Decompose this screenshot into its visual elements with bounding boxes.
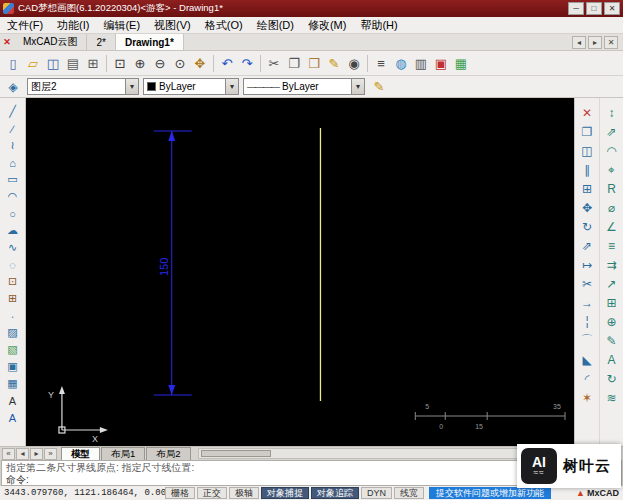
join-icon[interactable]: ⌒	[576, 331, 598, 350]
tab-nav-button[interactable]: ✕	[604, 36, 618, 49]
mxcad-cloud-icon[interactable]: ▣	[431, 53, 451, 73]
spline-icon[interactable]: ∿	[2, 239, 24, 256]
zoom-out-icon[interactable]: ⊖	[150, 53, 170, 73]
table-icon[interactable]: ▦	[2, 375, 24, 392]
move-icon[interactable]: ✥	[576, 198, 598, 217]
doc-tab[interactable]: 2*	[87, 34, 115, 50]
plot-icon[interactable]: ▥	[411, 53, 431, 73]
close-button[interactable]: ✕	[604, 2, 620, 15]
dim-style-icon[interactable]: ≋	[601, 388, 623, 407]
dim-baseline-icon[interactable]: ≡	[601, 236, 623, 255]
dim-aligned-icon[interactable]: ⇗	[601, 122, 623, 141]
dim-arclength-icon[interactable]: ◠	[601, 141, 623, 160]
tab-close-icon[interactable]: ✕	[0, 37, 14, 47]
chevron-down-icon[interactable]: ▾	[351, 79, 364, 94]
status-toggle[interactable]: 对象捕捉	[261, 487, 309, 499]
mtext-icon[interactable]: A	[2, 409, 24, 426]
create-block-icon[interactable]: ⊞	[2, 290, 24, 307]
find-icon[interactable]: ◉	[344, 53, 364, 73]
line-icon[interactable]: ╱	[2, 103, 24, 120]
menu-item[interactable]: 功能(I)	[50, 17, 96, 33]
menu-item[interactable]: 格式(O)	[198, 17, 250, 33]
ellipse-icon[interactable]: ◌	[2, 256, 24, 273]
doc-tab[interactable]: MxCAD云图	[14, 34, 87, 50]
offset-icon[interactable]: ∥	[576, 160, 598, 179]
trim-icon[interactable]: ✂	[576, 274, 598, 293]
break-icon[interactable]: ╎	[576, 312, 598, 331]
extend-icon[interactable]: →	[576, 293, 598, 312]
properties-icon[interactable]: ≡	[371, 53, 391, 73]
paste-icon[interactable]: ❒	[304, 53, 324, 73]
dim-radius-icon[interactable]: R	[601, 179, 623, 198]
format-painter-icon[interactable]: ✎	[324, 53, 344, 73]
copy-object-icon[interactable]: ❐	[576, 122, 598, 141]
status-toggle[interactable]: 对象追踪	[311, 487, 359, 499]
point-icon[interactable]: ∙	[2, 307, 24, 324]
tab-nav-button[interactable]: ◂	[572, 36, 586, 49]
open-folder-icon[interactable]: ▱	[23, 53, 43, 73]
doc-tab[interactable]: Drawing1*	[116, 34, 184, 50]
region-icon[interactable]: ▣	[2, 358, 24, 375]
menu-item[interactable]: 编辑(E)	[96, 17, 147, 33]
status-toggle[interactable]: DYN	[361, 487, 392, 499]
undo-icon[interactable]: ↶	[217, 53, 237, 73]
color-dropdown[interactable]: ByLayer ▾	[143, 78, 239, 95]
mirror-icon[interactable]: ◫	[576, 141, 598, 160]
chevron-down-icon[interactable]: ▾	[125, 79, 138, 94]
insert-block-icon[interactable]: ⊡	[2, 273, 24, 290]
dim-diameter-icon[interactable]: ⌀	[601, 198, 623, 217]
chevron-down-icon[interactable]: ▾	[225, 79, 238, 94]
fillet-icon[interactable]: ◜	[576, 369, 598, 388]
dim-linear-icon[interactable]: ↕	[601, 103, 623, 122]
layout-tab[interactable]: 布局2	[146, 447, 190, 460]
pan-icon[interactable]: ✥	[190, 53, 210, 73]
dimension-entity[interactable]: 150	[154, 131, 192, 395]
layout-tab[interactable]: 模型	[61, 447, 100, 460]
zoom-window-icon[interactable]: ⊡	[110, 53, 130, 73]
text-icon[interactable]: A	[2, 392, 24, 409]
feedback-button[interactable]: 提交软件问题或增加新功能	[429, 487, 551, 499]
drawing-canvas[interactable]: 150 5 35 0 15 Y	[26, 98, 574, 446]
zoom-in-icon[interactable]: ⊕	[130, 53, 150, 73]
rotate-icon[interactable]: ↻	[576, 217, 598, 236]
dim-ordinate-icon[interactable]: ⌖	[601, 160, 623, 179]
status-toggle[interactable]: 栅格	[165, 487, 195, 499]
copy-icon[interactable]: ❐	[284, 53, 304, 73]
dim-edit-icon[interactable]: ✎	[601, 331, 623, 350]
cut-icon[interactable]: ✂	[264, 53, 284, 73]
layers-icon[interactable]: ◈	[3, 78, 23, 96]
web-icon[interactable]: ◍	[391, 53, 411, 73]
hatch-icon[interactable]: ▨	[2, 324, 24, 341]
layout-nav-button[interactable]: ◂	[16, 448, 29, 460]
chart-icon[interactable]: ▦	[451, 53, 471, 73]
new-file-icon[interactable]: ▯	[3, 53, 23, 73]
xline-icon[interactable]: ∕	[2, 120, 24, 137]
layer-dropdown[interactable]: 图层2 ▾	[27, 78, 139, 95]
layout-nav-button[interactable]: «	[2, 448, 15, 460]
erase-icon[interactable]: ✕	[576, 103, 598, 122]
layout-nav-button[interactable]: »	[44, 448, 57, 460]
dim-angular-icon[interactable]: ∠	[601, 217, 623, 236]
stretch-icon[interactable]: ↦	[576, 255, 598, 274]
save-icon[interactable]: ◫	[43, 53, 63, 73]
zoom-extents-icon[interactable]: ⊙	[170, 53, 190, 73]
leader-icon[interactable]: ↗	[601, 274, 623, 293]
maximize-button[interactable]: □	[586, 2, 602, 15]
minimize-button[interactable]: ─	[568, 2, 584, 15]
status-toggle[interactable]: 极轴	[229, 487, 259, 499]
menu-item[interactable]: 视图(V)	[147, 17, 198, 33]
array-icon[interactable]: ⊞	[576, 179, 598, 198]
polygon-icon[interactable]: ⌂	[2, 154, 24, 171]
status-toggle[interactable]: 线宽	[394, 487, 424, 499]
dim-text-edit-icon[interactable]: A	[601, 350, 623, 369]
print-preview-icon[interactable]: ⊞	[83, 53, 103, 73]
dim-continue-icon[interactable]: ⇉	[601, 255, 623, 274]
layout-tab[interactable]: 布局1	[101, 447, 145, 460]
match-properties-icon[interactable]: ✎	[369, 77, 389, 97]
dim-update-icon[interactable]: ↻	[601, 369, 623, 388]
scrollbar-thumb[interactable]	[201, 450, 271, 457]
menu-item[interactable]: 文件(F)	[0, 17, 50, 33]
polyline-icon[interactable]: ≀	[2, 137, 24, 154]
tolerance-icon[interactable]: ⊞	[601, 293, 623, 312]
arc-icon[interactable]: ◠	[2, 188, 24, 205]
